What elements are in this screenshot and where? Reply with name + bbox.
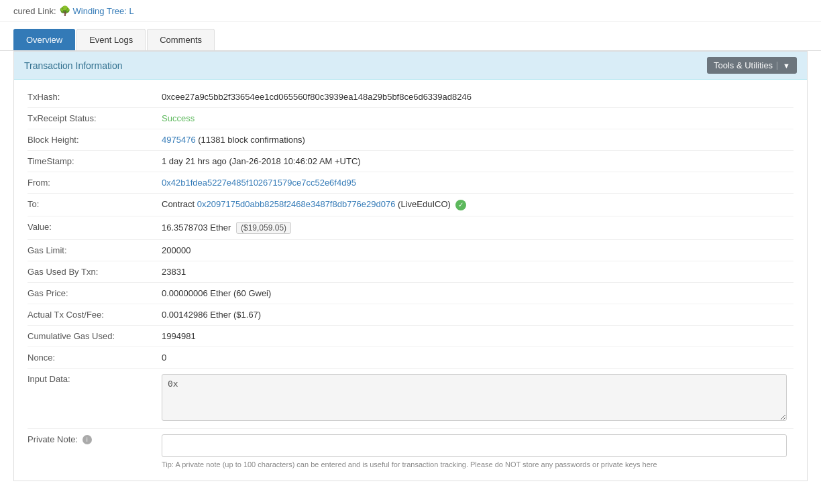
timestamp-row: TimeStamp: 1 day 21 hrs ago (Jan-26-2018…: [28, 151, 793, 172]
from-label: From:: [28, 172, 162, 194]
privatenote-input-cell: Tip: A private note (up to 100 character…: [162, 428, 793, 474]
txhash-row: TxHash: 0xcee27a9c5bb2f33654ee1cd065560f…: [28, 86, 793, 108]
from-row: From: 0x42b1fdea5227e485f102671579ce7cc5…: [28, 172, 793, 194]
tab-overview[interactable]: Overview: [13, 29, 75, 50]
verified-checkmark-icon: ✓: [455, 200, 466, 210]
cumulative-gas-label: Cumulative Gas Used:: [28, 325, 162, 346]
nonce-value: 0: [162, 346, 793, 368]
gasused-value: 23831: [162, 261, 793, 282]
nonce-label: Nonce:: [28, 346, 162, 368]
cumulative-gas-value: 1994981: [162, 325, 793, 346]
to-value: Contract 0x2097175d0abb8258f2468e3487f8d…: [162, 194, 793, 216]
txhash-label: TxHash:: [28, 86, 162, 108]
txreceipt-status: Success: [162, 113, 195, 123]
to-label: To:: [28, 194, 162, 216]
main-wrapper: Transaction Information Tools & Utilitie…: [0, 51, 821, 481]
nonce-row: Nonce: 0: [28, 346, 793, 368]
gasprice-row: Gas Price: 0.00000006 Ether (60 Gwei): [28, 282, 793, 304]
inputdata-value: 0x: [162, 368, 793, 428]
blockheight-label: Block Height:: [28, 129, 162, 151]
private-note-input[interactable]: [162, 434, 787, 457]
blockheight-row: Block Height: 4975476 (11381 block confi…: [28, 129, 793, 151]
tools-utilities-button[interactable]: Tools & Utilities ▼: [707, 57, 797, 74]
transaction-panel: Transaction Information Tools & Utilitie…: [13, 51, 808, 481]
privatenote-label: Private Note: i: [28, 428, 162, 474]
txhash-value: 0xcee27a9c5bb2f33654ee1cd065560f80c3939e…: [162, 86, 793, 108]
txreceipt-label: TxReceipt Status:: [28, 108, 162, 129]
txcost-row: Actual Tx Cost/Fee: 0.00142986 Ether ($1…: [28, 304, 793, 325]
txreceipt-row: TxReceipt Status: Success: [28, 108, 793, 129]
cured-link-label: cured Link:: [13, 6, 56, 16]
from-address-link[interactable]: 0x42b1fdea5227e485f102671579ce7cc52e6f4d…: [162, 178, 356, 188]
gaslimit-value: 200000: [162, 239, 793, 261]
ether-value: 16.3578703 Ether: [162, 223, 231, 233]
gasused-label: Gas Used By Txn:: [28, 261, 162, 282]
winding-tree-anchor[interactable]: Winding Tree: L: [73, 6, 134, 16]
txreceipt-value: Success: [162, 108, 793, 129]
value-amount: 16.3578703 Ether ($19,059.05): [162, 216, 793, 239]
gasused-row: Gas Used By Txn: 23831: [28, 261, 793, 282]
tabs-list: Overview Event Logs Comments: [13, 29, 808, 50]
top-bar: cured Link: 🌳 Winding Tree: L: [0, 0, 821, 22]
inputdata-label: Input Data:: [28, 368, 162, 428]
panel-body: TxHash: 0xcee27a9c5bb2f33654ee1cd065560f…: [14, 80, 807, 481]
panel-header: Transaction Information Tools & Utilitie…: [14, 52, 807, 80]
value-label: Value:: [28, 216, 162, 239]
tab-event-logs[interactable]: Event Logs: [76, 29, 146, 50]
privatenote-label-text: Private Note:: [28, 434, 78, 444]
txcost-label: Actual Tx Cost/Fee:: [28, 304, 162, 325]
contract-prefix: Contract: [162, 199, 195, 209]
usd-badge: ($19,059.05): [236, 222, 291, 234]
inputdata-row: Input Data: 0x: [28, 368, 793, 428]
tools-utilities-label: Tools & Utilities: [714, 60, 773, 70]
to-row: To: Contract 0x2097175d0abb8258f2468e348…: [28, 194, 793, 216]
contract-address-link[interactable]: 0x2097175d0abb8258f2468e3487f8db776e29d0…: [197, 199, 396, 209]
tools-utilities-caret: ▼: [777, 62, 790, 70]
winding-tree-icon: 🌳: [59, 5, 70, 16]
privatenote-row: Private Note: i Tip: A private note (up …: [28, 428, 793, 474]
gaslimit-label: Gas Limit:: [28, 239, 162, 261]
gaslimit-row: Gas Limit: 200000: [28, 239, 793, 261]
block-height-link[interactable]: 4975476: [162, 135, 196, 145]
timestamp-label: TimeStamp:: [28, 151, 162, 172]
panel-title: Transaction Information: [24, 60, 123, 71]
input-data-textarea[interactable]: 0x: [162, 374, 787, 421]
value-row: Value: 16.3578703 Ether ($19,059.05): [28, 216, 793, 239]
gasprice-value: 0.00000006 Ether (60 Gwei): [162, 282, 793, 304]
block-confirmations: (11381 block confirmations): [198, 135, 305, 145]
timestamp-value: 1 day 21 hrs ago (Jan-26-2018 10:46:02 A…: [162, 151, 793, 172]
gasprice-label: Gas Price:: [28, 282, 162, 304]
blockheight-value: 4975476 (11381 block confirmations): [162, 129, 793, 151]
tab-comments[interactable]: Comments: [147, 29, 215, 50]
contract-name: (LiveEduICO): [398, 199, 451, 209]
info-table: TxHash: 0xcee27a9c5bb2f33654ee1cd065560f…: [28, 86, 793, 474]
tabs-container: Overview Event Logs Comments: [0, 22, 821, 51]
from-value: 0x42b1fdea5227e485f102671579ce7cc52e6f4d…: [162, 172, 793, 194]
private-note-info-icon: i: [83, 435, 92, 444]
cumulative-gas-row: Cumulative Gas Used: 1994981: [28, 325, 793, 346]
txcost-value: 0.00142986 Ether ($1.67): [162, 304, 793, 325]
winding-tree-link: cured Link: 🌳 Winding Tree: L: [13, 5, 808, 16]
private-note-tip: Tip: A private note (up to 100 character…: [162, 460, 787, 468]
